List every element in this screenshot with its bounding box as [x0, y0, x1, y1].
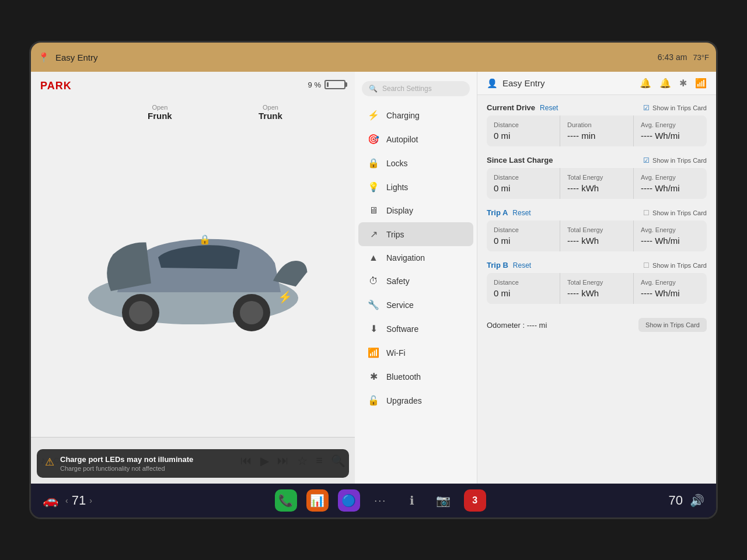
locks-icon: 🔒 — [368, 158, 379, 169]
top-bar: 📍 Easy Entry 6:43 am 73°F — [31, 43, 716, 72]
sidebar-item-display[interactable]: 🖥 Display — [358, 199, 473, 222]
trips-content: Current Drive Reset ☑ Show in Trips Card… — [477, 95, 716, 345]
alert-subtitle: Charge port functionality not affected — [60, 465, 193, 472]
volume-icon[interactable]: 🔊 — [690, 494, 704, 508]
sidebar-item-navigation[interactable]: ▲ Navigation — [358, 246, 473, 270]
trips-icon: ↗ — [368, 229, 379, 240]
dots-icon: ··· — [374, 495, 386, 507]
camera-button[interactable]: 🔵 — [338, 489, 360, 512]
current-drive-checkbox[interactable]: ☑ — [643, 104, 650, 112]
trip-b-show-label: Show in Trips Card — [652, 262, 707, 269]
taskbar-center: 📞 📊 🔵 ··· ℹ 📷 3 — [92, 489, 669, 512]
trip-b-show-trips[interactable]: ☐ Show in Trips Card — [643, 261, 707, 270]
trip-b-header: Trip B Reset ☐ Show in Trips Card — [487, 261, 707, 270]
trip-b-distance-value: 0 mi — [494, 288, 553, 298]
calendar-icon: 3 — [472, 495, 477, 506]
slc-avg-energy-label: Avg. Energy — [641, 174, 700, 181]
current-drive-card: Distance 0 mi Duration ---- min Avg. Ene… — [487, 116, 707, 146]
current-drive-header: Current Drive Reset ☑ Show in Trips Card — [487, 103, 707, 112]
dashcam-button[interactable]: 📷 — [432, 489, 455, 512]
right-panel: 🔍 Search Settings ⚡ Charging 🎯 Autopilot… — [355, 72, 716, 484]
sidebar-item-safety[interactable]: ⏱ Safety — [358, 270, 473, 293]
wifi-icon: 📶 — [368, 347, 379, 358]
slc-energy-label: Total Energy — [567, 174, 626, 181]
phone-button[interactable]: 📞 — [275, 489, 297, 512]
odometer-text: Odometer : ---- mi — [487, 321, 547, 330]
slc-energy-value: ---- kWh — [567, 183, 626, 193]
sidebar-item-wifi[interactable]: 📶 Wi-Fi — [358, 341, 473, 365]
sidebar-item-upgrades[interactable]: 🔓 Upgrades — [358, 388, 473, 412]
trip-b-energy-label: Total Energy — [567, 279, 626, 286]
battery-fill — [327, 82, 329, 87]
calendar-button[interactable]: 3 — [464, 489, 486, 512]
sidebar-item-locks-label: Locks — [386, 159, 408, 168]
info-button[interactable]: ℹ — [401, 489, 423, 512]
since-last-charge-show-label: Show in Trips Card — [652, 157, 707, 164]
current-drive-show-trips[interactable]: ☑ Show in Trips Card — [643, 104, 707, 112]
left-panel: PARK 9 % Open Frunk Open Trunk — [31, 72, 355, 484]
sidebar-item-locks[interactable]: 🔒 Locks — [358, 151, 473, 175]
alert-box: ⚠ Charge port LEDs may not illuminate Ch… — [37, 449, 349, 478]
sidebar-item-charging[interactable]: ⚡ Charging — [358, 103, 473, 127]
navigation-icon: ▲ — [368, 253, 379, 263]
sidebar-item-service[interactable]: 🔧 Service — [358, 293, 473, 317]
svg-text:🔒: 🔒 — [199, 234, 211, 245]
sidebar-item-bluetooth[interactable]: ✱ Bluetooth — [358, 365, 473, 388]
top-bar-time: 6:43 am — [658, 52, 687, 62]
top-bar-temp: 73°F — [693, 53, 709, 62]
dots-button[interactable]: ··· — [369, 489, 392, 512]
since-last-charge-show-trips[interactable]: ☑ Show in Trips Card — [643, 156, 707, 164]
trip-b-reset[interactable]: Reset — [513, 261, 531, 270]
sidebar-item-service-label: Service — [386, 300, 414, 310]
sidebar-item-lights[interactable]: 💡 Lights — [358, 175, 473, 199]
search-icon: 🔍 — [369, 85, 378, 93]
trip-b-distance-label: Distance — [494, 279, 553, 286]
odometer-show-trips-button[interactable]: Show in Trips Card — [638, 318, 707, 332]
audio-button[interactable]: 📊 — [306, 489, 329, 512]
sidebar-item-autopilot[interactable]: 🎯 Autopilot — [358, 127, 473, 151]
settings-search-bar[interactable]: 🔍 Search Settings — [362, 81, 470, 96]
current-drive-distance-value: 0 mi — [494, 131, 553, 141]
header-icon-row: 🔔 🔔 ✱ 📶 — [640, 78, 707, 89]
trip-a-show-trips[interactable]: ☐ Show in Trips Card — [643, 209, 707, 217]
sidebar-item-trips[interactable]: ↗ Trips — [358, 222, 473, 246]
temp-left-arrow[interactable]: ‹ — [65, 496, 68, 505]
current-drive-duration-label: Duration — [567, 121, 626, 128]
trip-b-energy-cell: Total Energy ---- kWh — [560, 273, 634, 304]
current-drive-section: Current Drive Reset ☑ Show in Trips Card… — [487, 103, 707, 146]
trip-a-checkbox[interactable]: ☐ — [643, 209, 650, 217]
notification-icon[interactable]: 🔔 — [640, 78, 651, 89]
right-temp-value: 70 — [669, 493, 683, 508]
slc-avg-energy-value: ---- Wh/mi — [641, 183, 700, 193]
slc-distance-cell: Distance 0 mi — [487, 168, 560, 199]
since-last-charge-header: Since Last Charge ☑ Show in Trips Card — [487, 156, 707, 164]
car-icon[interactable]: 🚗 — [43, 493, 58, 508]
camera-icon: 🔵 — [341, 494, 356, 508]
trip-a-avg-energy-label: Avg. Energy — [641, 226, 700, 233]
trip-b-avg-energy-label: Avg. Energy — [641, 279, 700, 286]
trip-b-checkbox[interactable]: ☐ — [643, 261, 650, 270]
battery-bar — [324, 80, 345, 89]
trip-a-avg-energy-cell: Avg. Energy ---- Wh/mi — [634, 220, 707, 251]
sidebar-item-software[interactable]: ⬇ Software — [358, 317, 473, 341]
sidebar-item-trips-label: Trips — [386, 230, 404, 239]
bell-icon: 🔔 — [659, 78, 671, 89]
current-drive-energy-cell: Avg. Energy ---- Wh/mi — [634, 116, 707, 146]
trip-b-energy-value: ---- kWh — [567, 288, 626, 298]
sidebar-item-safety-label: Safety — [386, 276, 410, 286]
since-last-charge-card: Distance 0 mi Total Energy ---- kWh Avg.… — [487, 168, 707, 199]
since-last-charge-checkbox[interactable]: ☑ — [643, 156, 650, 164]
left-temp-group: ‹ 71 › — [65, 493, 92, 508]
audio-icon: 📊 — [310, 494, 324, 508]
trip-a-reset[interactable]: Reset — [512, 209, 530, 217]
current-drive-reset[interactable]: Reset — [540, 104, 558, 112]
trip-a-section: Trip A Reset ☐ Show in Trips Card Distan… — [487, 208, 707, 251]
trip-a-avg-energy-value: ---- Wh/mi — [641, 236, 700, 246]
bt-icon[interactable]: ✱ — [679, 78, 687, 89]
slc-distance-value: 0 mi — [494, 183, 553, 193]
trip-b-avg-energy-cell: Avg. Energy ---- Wh/mi — [634, 273, 707, 304]
settings-sidebar: 🔍 Search Settings ⚡ Charging 🎯 Autopilot… — [355, 72, 477, 484]
lights-icon: 💡 — [368, 181, 379, 192]
slc-energy-cell: Total Energy ---- kWh — [560, 168, 634, 199]
car-image-area: ⚡ 🔒 — [31, 89, 355, 437]
